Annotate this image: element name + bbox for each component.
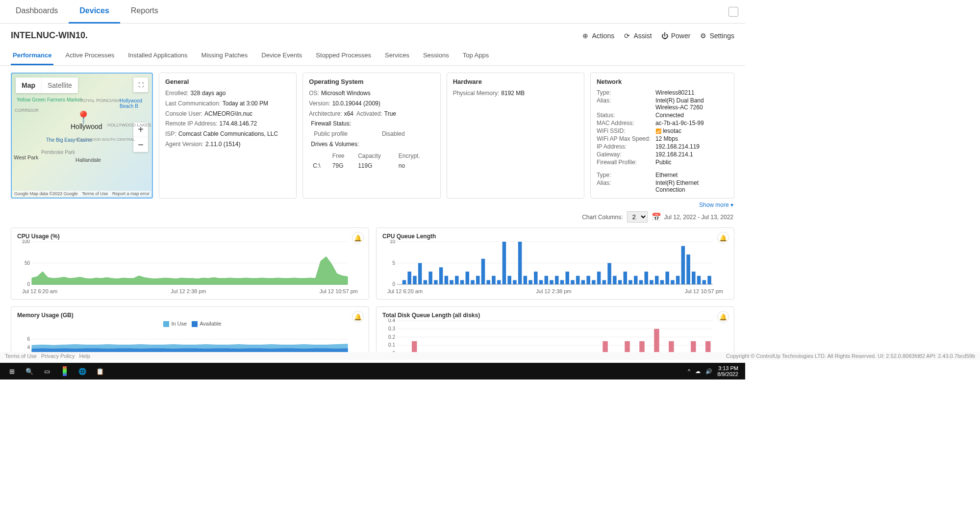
tab-services[interactable]: Services bbox=[383, 48, 411, 65]
svg-rect-49 bbox=[597, 272, 601, 284]
tab-installed-apps[interactable]: Installed Applications bbox=[126, 48, 189, 65]
os-panel: Operating System OS:Microsoft Windows Ve… bbox=[302, 73, 440, 199]
chart-title: Total Disk Queue Length (all disks) bbox=[382, 312, 728, 319]
hardware-panel: Hardware Physical Memory:8192 MB bbox=[447, 73, 584, 199]
svg-rect-32 bbox=[507, 276, 511, 284]
network-value: Public bbox=[655, 159, 728, 166]
chart-title: Memory Usage (GB) bbox=[17, 312, 363, 319]
svg-rect-56 bbox=[634, 276, 638, 284]
svg-rect-36 bbox=[528, 280, 532, 284]
map-mode-map[interactable]: Map bbox=[16, 77, 42, 93]
network-value: Connected bbox=[655, 112, 728, 119]
svg-rect-60 bbox=[655, 276, 659, 284]
bell-icon[interactable]: 🔔 bbox=[717, 311, 729, 323]
footer-link[interactable]: Help bbox=[79, 353, 91, 359]
neighborhood-label: HOLLYWOOD SOUTH CENTRAL bbox=[75, 137, 135, 142]
svg-rect-34 bbox=[518, 242, 522, 284]
actions-button[interactable]: ⊕Actions bbox=[581, 32, 614, 40]
svg-rect-37 bbox=[534, 272, 538, 284]
map-report-link[interactable]: Report a map error bbox=[112, 191, 150, 196]
svg-text:50: 50 bbox=[25, 260, 30, 266]
svg-rect-23 bbox=[460, 280, 464, 284]
tab-sessions[interactable]: Sessions bbox=[421, 48, 451, 65]
svg-rect-54 bbox=[624, 272, 628, 284]
zoom-out-button[interactable]: − bbox=[133, 137, 148, 152]
task-view-icon[interactable]: ▭ bbox=[38, 364, 56, 378]
assist-button[interactable]: ⟳Assist bbox=[623, 32, 652, 40]
nav-reports[interactable]: Reports bbox=[120, 0, 169, 24]
taskbar-app[interactable] bbox=[63, 366, 67, 376]
x-tick: Jul 12 6:20 am bbox=[387, 288, 423, 294]
tab-active-processes[interactable]: Active Processes bbox=[63, 48, 116, 65]
svg-rect-12 bbox=[402, 280, 406, 284]
fullscreen-icon[interactable]: ⛶ bbox=[133, 77, 148, 92]
map-terms-link[interactable]: Terms of Use bbox=[82, 191, 108, 196]
chart-columns-select[interactable]: 2 bbox=[627, 211, 648, 223]
svg-rect-66 bbox=[686, 254, 690, 284]
tab-performance[interactable]: Performance bbox=[11, 48, 53, 65]
svg-rect-30 bbox=[497, 280, 501, 284]
tab-stopped-processes[interactable]: Stopped Processes bbox=[314, 48, 373, 65]
neighborhood-label: Pembroke Park bbox=[41, 150, 75, 155]
search-icon[interactable]: 🔍 bbox=[21, 364, 38, 378]
network-value: Ethernet bbox=[655, 172, 728, 178]
x-tick: Jul 12 6:20 am bbox=[22, 288, 57, 294]
svg-rect-39 bbox=[545, 276, 549, 284]
bell-icon[interactable]: 🔔 bbox=[352, 311, 364, 323]
svg-rect-63 bbox=[671, 280, 675, 284]
location-map[interactable]: Map Satellite ⛶ + − Yellow Green Farmers… bbox=[11, 73, 153, 199]
tab-missing-patches[interactable]: Missing Patches bbox=[200, 48, 250, 65]
svg-rect-18 bbox=[434, 280, 438, 284]
network-key: WiFi SSID: bbox=[597, 127, 655, 134]
headset-icon: ⟳ bbox=[623, 32, 631, 40]
svg-rect-59 bbox=[650, 280, 653, 284]
system-clock[interactable]: 3:13 PM 8/9/2022 bbox=[717, 365, 738, 377]
network-key: Alias: bbox=[597, 97, 655, 111]
svg-rect-16 bbox=[424, 280, 427, 284]
svg-rect-17 bbox=[428, 272, 432, 284]
tab-device-events[interactable]: Device Events bbox=[259, 48, 304, 65]
svg-rect-69 bbox=[703, 280, 706, 284]
tray-volume-icon[interactable]: 🔊 bbox=[705, 368, 712, 375]
calendar-icon[interactable]: 📅 bbox=[652, 212, 661, 222]
expand-icon[interactable] bbox=[729, 7, 738, 17]
bell-icon[interactable]: 🔔 bbox=[717, 232, 729, 244]
svg-rect-29 bbox=[492, 276, 496, 284]
chart-title: CPU Usage (%) bbox=[17, 233, 363, 240]
taskbar-app[interactable]: 📋 bbox=[91, 364, 109, 378]
svg-rect-65 bbox=[681, 246, 685, 284]
tray-cloud-icon[interactable]: ☁ bbox=[695, 368, 701, 375]
network-value: Wireless80211 bbox=[655, 89, 728, 96]
nav-devices[interactable]: Devices bbox=[69, 0, 120, 24]
panel-title: Network bbox=[597, 78, 728, 85]
svg-text:0.2: 0.2 bbox=[388, 334, 395, 340]
svg-rect-38 bbox=[539, 280, 543, 284]
map-city-label: Hollywood bbox=[71, 123, 102, 130]
svg-rect-24 bbox=[466, 272, 470, 284]
poi-label: Hollywood Beach B bbox=[120, 98, 152, 109]
x-tick: Jul 12 10:57 pm bbox=[685, 288, 723, 294]
tab-top-apps[interactable]: Top Apps bbox=[461, 48, 491, 65]
nav-dashboards[interactable]: Dashboards bbox=[5, 0, 69, 24]
power-button[interactable]: ⏻Power bbox=[661, 32, 691, 40]
panel-title: General bbox=[165, 78, 290, 85]
map-mode-satellite[interactable]: Satellite bbox=[42, 77, 78, 93]
svg-rect-21 bbox=[450, 280, 453, 284]
windows-taskbar[interactable]: ⊞ 🔍 ▭ 🌐 📋 ^ ☁ 🔊 3:13 PM 8/9/2022 bbox=[0, 363, 745, 379]
settings-button[interactable]: ⚙Settings bbox=[699, 32, 734, 40]
chrome-icon[interactable]: 🌐 bbox=[74, 364, 91, 378]
device-header: INTELNUC-WIN10. ⊕Actions ⟳Assist ⏻Power … bbox=[0, 24, 745, 44]
svg-rect-51 bbox=[607, 263, 611, 285]
show-more-link[interactable]: Show more ▾ bbox=[0, 201, 745, 210]
tray-chevron-icon[interactable]: ^ bbox=[688, 368, 690, 374]
footer-link[interactable]: Terms of Use bbox=[5, 353, 37, 359]
network-key: MAC Address: bbox=[597, 120, 655, 126]
network-value: ac-7b-a1-9c-15-99 bbox=[655, 120, 728, 126]
svg-rect-35 bbox=[524, 276, 528, 284]
svg-text:0.1: 0.1 bbox=[388, 342, 395, 348]
footer-link[interactable]: Privacy Policy bbox=[41, 353, 75, 359]
date-range[interactable]: Jul 12, 2022 - Jul 13, 2022 bbox=[664, 214, 733, 221]
bell-icon[interactable]: 🔔 bbox=[352, 232, 364, 244]
start-button[interactable]: ⊞ bbox=[3, 364, 21, 378]
network-key: IP Address: bbox=[597, 143, 655, 150]
